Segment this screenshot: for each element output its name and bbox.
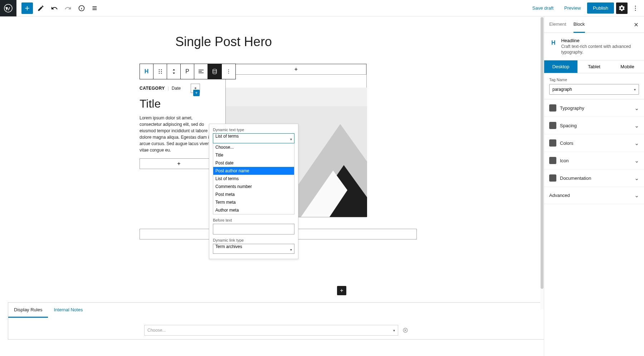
block-more-icon[interactable] xyxy=(222,64,235,79)
settings-button[interactable] xyxy=(616,3,628,14)
date-text[interactable]: Date xyxy=(172,86,181,91)
accordion-documentation[interactable]: Documentation ⌄ xyxy=(544,169,644,187)
bottom-tabs: Display Rules Internal Notes xyxy=(8,303,544,318)
headline-icon: H xyxy=(549,38,557,48)
info-icon[interactable] xyxy=(76,3,87,14)
more-options-icon[interactable] xyxy=(630,3,641,14)
accordion-colors[interactable]: Colors ⌄ xyxy=(544,134,644,152)
hero-columns: H P CATEGORY | Date + + xyxy=(140,64,544,217)
tab-mobile[interactable]: Mobile xyxy=(611,60,644,73)
option-choose[interactable]: Choose... xyxy=(213,143,294,151)
remove-rule-icon[interactable] xyxy=(402,327,408,333)
svg-point-0 xyxy=(4,4,12,12)
category-text[interactable]: CATEGORY xyxy=(140,86,165,91)
meta-row: CATEGORY | Date + xyxy=(140,84,218,93)
add-block-main-button[interactable]: + xyxy=(337,286,346,295)
add-below-left-button[interactable]: + xyxy=(140,158,218,169)
insert-block-button[interactable]: + xyxy=(193,90,200,96)
block-header: H Headline Craft text-rich content with … xyxy=(544,33,644,60)
svg-point-15 xyxy=(228,71,229,72)
option-author-meta[interactable]: Author meta xyxy=(213,206,294,214)
publish-button[interactable]: Publish xyxy=(587,3,614,14)
chevron-down-icon: ⌄ xyxy=(634,192,639,199)
tab-display-rules[interactable]: Display Rules xyxy=(8,303,48,318)
svg-point-16 xyxy=(228,73,229,74)
undo-icon[interactable] xyxy=(49,3,60,14)
accordion-advanced[interactable]: Advanced ⌄ xyxy=(544,187,644,204)
option-post-meta[interactable]: Post meta xyxy=(213,191,294,198)
chevron-down-icon: ⌄ xyxy=(634,175,639,182)
wordpress-logo[interactable] xyxy=(0,0,16,16)
option-term-meta[interactable]: Term meta xyxy=(213,198,294,206)
svg-point-7 xyxy=(158,69,159,70)
option-title[interactable]: Title xyxy=(213,151,294,159)
page-title[interactable]: Single Post Hero xyxy=(0,16,544,49)
option-post-author-name[interactable]: Post author name xyxy=(213,167,294,175)
block-toolbar: H P xyxy=(140,64,236,79)
chevron-down-icon xyxy=(393,328,395,333)
option-comments-number[interactable]: Comments number xyxy=(213,183,294,191)
tab-block[interactable]: Block xyxy=(574,16,585,33)
paragraph-tag-icon[interactable]: P xyxy=(181,64,194,79)
add-above-right-button[interactable]: + xyxy=(226,64,366,75)
chevron-down-icon: ⌄ xyxy=(634,140,639,147)
tag-name-label: Tag Name xyxy=(549,78,639,82)
svg-point-12 xyxy=(161,73,161,74)
sidebar-tabs: Element Block xyxy=(544,16,644,33)
main-area: Single Post Hero H P CATEGORY xyxy=(0,16,644,356)
before-text-label: Before text xyxy=(213,218,294,222)
editor-scrollbar[interactable] xyxy=(540,16,544,310)
list-view-icon[interactable] xyxy=(89,3,101,14)
tab-tablet[interactable]: Tablet xyxy=(577,60,611,73)
save-draft-button[interactable]: Save draft xyxy=(528,3,558,13)
tab-element[interactable]: Element xyxy=(549,16,566,33)
tag-name-field: Tag Name paragraph xyxy=(544,73,644,99)
lorem-text[interactable]: Lorem ipsum dolor sit amet, consectetur … xyxy=(140,115,215,153)
dynamic-text-type-label: Dynamic text type xyxy=(213,128,294,132)
accordion-typography[interactable]: Typography ⌄ xyxy=(544,99,644,117)
top-toolbar-left xyxy=(0,0,101,16)
svg-point-14 xyxy=(228,69,229,70)
preview-button[interactable]: Preview xyxy=(560,3,585,13)
svg-point-9 xyxy=(158,71,159,72)
svg-point-8 xyxy=(161,69,161,70)
colors-icon xyxy=(549,139,556,147)
tab-internal-notes[interactable]: Internal Notes xyxy=(48,303,88,318)
edit-mode-icon[interactable] xyxy=(35,3,47,14)
before-text-input[interactable] xyxy=(213,224,294,234)
display-rule-select[interactable]: Choose... xyxy=(144,325,398,336)
documentation-icon xyxy=(549,174,556,182)
bottom-content: Choose... xyxy=(8,318,544,339)
chevron-down-icon xyxy=(290,247,292,252)
post-title[interactable]: Title xyxy=(140,97,218,110)
chevron-down-icon xyxy=(634,87,636,92)
dynamic-text-type-dropdown: Choose... Title Post date Post author na… xyxy=(213,143,294,214)
dynamic-link-type-select[interactable]: Term archives xyxy=(213,244,294,254)
drag-handle-icon[interactable] xyxy=(153,64,167,79)
close-sidebar-icon[interactable] xyxy=(633,22,639,28)
align-icon[interactable] xyxy=(194,64,208,79)
tab-desktop[interactable]: Desktop xyxy=(544,60,577,73)
device-tabs: Desktop Tablet Mobile xyxy=(544,60,644,73)
option-post-date[interactable]: Post date xyxy=(213,159,294,167)
svg-point-6 xyxy=(635,10,636,11)
bottom-panel: Display Rules Internal Notes Choose... xyxy=(8,302,544,340)
option-list-of-terms[interactable]: List of terms xyxy=(213,175,294,183)
chevron-down-icon: ⌄ xyxy=(634,157,639,164)
dynamic-data-popover: Dynamic text type List of terms Choose..… xyxy=(209,124,298,259)
tag-name-select[interactable]: paragraph xyxy=(549,84,639,95)
accordion-icon[interactable]: Icon ⌄ xyxy=(544,152,644,169)
block-type-icon[interactable]: H xyxy=(140,64,153,79)
dynamic-data-icon[interactable] xyxy=(208,64,222,79)
block-name: Headline xyxy=(561,38,639,43)
move-updown-icon[interactable] xyxy=(167,64,181,79)
redo-icon[interactable] xyxy=(62,3,74,14)
dynamic-link-type-label: Dynamic link type xyxy=(213,238,294,242)
block-description: Craft text-rich content with advanced ty… xyxy=(561,44,639,55)
add-block-button[interactable] xyxy=(21,3,33,14)
svg-point-10 xyxy=(161,71,161,72)
icon-icon xyxy=(549,157,556,164)
dynamic-text-type-select[interactable]: List of terms xyxy=(213,133,294,143)
accordion-spacing[interactable]: Spacing ⌄ xyxy=(544,117,644,134)
chevron-down-icon: ⌄ xyxy=(634,105,639,112)
